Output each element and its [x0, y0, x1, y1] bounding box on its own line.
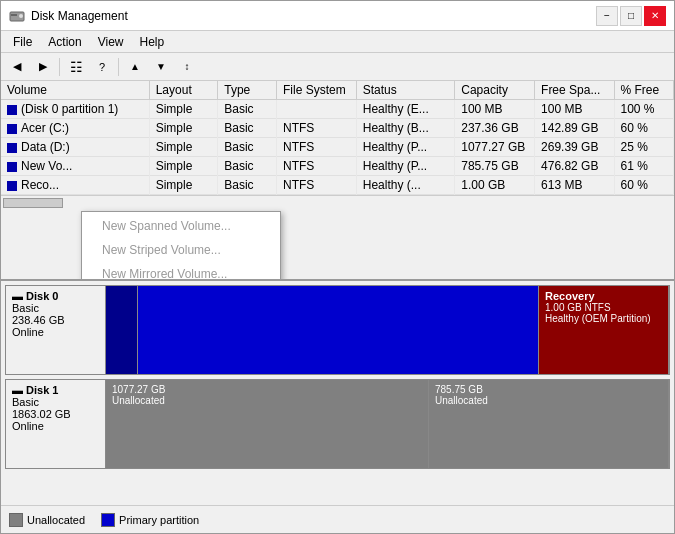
table-scrollbar[interactable]: [1, 195, 674, 209]
recovery-status: Healthy (OEM Partition): [545, 313, 662, 324]
disk-0-type: Basic: [12, 302, 99, 314]
cell-type: Basic: [218, 176, 277, 195]
title-bar: Disk Management − □ ✕: [1, 1, 674, 31]
minimize-button[interactable]: −: [596, 6, 618, 26]
close-button[interactable]: ✕: [644, 6, 666, 26]
unalloc1-label: Unallocated: [112, 395, 422, 406]
title-controls: − □ ✕: [596, 6, 666, 26]
cell-free: 476.82 GB: [535, 157, 614, 176]
cell-status: Healthy (B...: [356, 119, 455, 138]
ctx-new-mirrored[interactable]: New Mirrored Volume...: [82, 262, 280, 281]
window-title: Disk Management: [31, 9, 128, 23]
menu-action[interactable]: Action: [40, 33, 89, 50]
menu-view[interactable]: View: [90, 33, 132, 50]
disk-1-unallocated-2[interactable]: 785.75 GB Unallocated: [429, 380, 669, 468]
disk-1-partitions: 1077.27 GB Unallocated 785.75 GB Unalloc…: [106, 380, 669, 468]
legend: Unallocated Primary partition: [1, 505, 674, 533]
disk-0-label: ▬ Disk 0 Basic 238.46 GB Online: [6, 286, 106, 374]
unalloc2-label: Unallocated: [435, 395, 662, 406]
disk-section: ▬ Disk 0 Basic 238.46 GB Online Recover: [1, 281, 674, 505]
recovery-size: 1.00 GB NTFS: [545, 302, 662, 313]
volume-table-section: Volume Layout Type File System Status Ca…: [1, 81, 674, 281]
volume-icon: [7, 105, 17, 115]
disk-0-system-partition[interactable]: [106, 286, 138, 374]
cell-capacity: 100 MB: [455, 100, 535, 119]
cell-free: 613 MB: [535, 176, 614, 195]
cell-volume: (Disk 0 partition 1): [1, 100, 149, 119]
cell-type: Basic: [218, 119, 277, 138]
ctx-new-striped[interactable]: New Striped Volume...: [82, 238, 280, 262]
svg-point-1: [19, 14, 23, 18]
table-header-row: Volume Layout Type File System Status Ca…: [1, 81, 674, 100]
disk-1-unallocated-1[interactable]: 1077.27 GB Unallocated: [106, 380, 429, 468]
forward-button[interactable]: ▶: [31, 56, 55, 78]
snap-both-button[interactable]: ↕: [175, 56, 199, 78]
menu-file[interactable]: File: [5, 33, 40, 50]
view-button[interactable]: ☷: [64, 56, 88, 78]
cell-type: Basic: [218, 157, 277, 176]
table-row[interactable]: Reco... Simple Basic NTFS Healthy (... 1…: [1, 176, 674, 195]
cell-pctfree: 61 %: [614, 157, 673, 176]
table-row[interactable]: (Disk 0 partition 1) Simple Basic Health…: [1, 100, 674, 119]
volume-table: Volume Layout Type File System Status Ca…: [1, 81, 674, 195]
recovery-name: Recovery: [545, 290, 662, 302]
legend-primary-label: Primary partition: [119, 514, 199, 526]
cell-status: Healthy (P...: [356, 157, 455, 176]
cell-type: Basic: [218, 138, 277, 157]
help-button[interactable]: ?: [90, 56, 114, 78]
cell-fs: NTFS: [277, 138, 357, 157]
disk-1-status: Online: [12, 420, 99, 432]
col-capacity: Capacity: [455, 81, 535, 100]
table-row[interactable]: New Vo... Simple Basic NTFS Healthy (P..…: [1, 157, 674, 176]
cell-volume: Reco...: [1, 176, 149, 195]
cell-layout: Simple: [149, 100, 218, 119]
main-window: Disk Management − □ ✕ File Action View H…: [0, 0, 675, 534]
legend-primary-box: [101, 513, 115, 527]
svg-rect-2: [11, 14, 17, 16]
menu-help[interactable]: Help: [132, 33, 173, 50]
cell-free: 269.39 GB: [535, 138, 614, 157]
maximize-button[interactable]: □: [620, 6, 642, 26]
main-content: Volume Layout Type File System Status Ca…: [1, 81, 674, 533]
cell-pctfree: 60 %: [614, 176, 673, 195]
cell-layout: Simple: [149, 176, 218, 195]
ctx-new-spanned[interactable]: New Spanned Volume...: [82, 214, 280, 238]
context-menu: New Spanned Volume... New Striped Volume…: [81, 211, 281, 281]
disk-mgmt-icon: [9, 8, 25, 24]
cell-status: Healthy (E...: [356, 100, 455, 119]
cell-status: Healthy (P...: [356, 138, 455, 157]
cell-pctfree: 25 %: [614, 138, 673, 157]
table-row[interactable]: Data (D:) Simple Basic NTFS Healthy (P..…: [1, 138, 674, 157]
cell-capacity: 1.00 GB: [455, 176, 535, 195]
volume-icon: [7, 162, 17, 172]
legend-unallocated-box: [9, 513, 23, 527]
snap-bottom-button[interactable]: ▼: [149, 56, 173, 78]
menu-bar: File Action View Help: [1, 31, 674, 53]
cell-fs: NTFS: [277, 157, 357, 176]
disk-0-status: Online: [12, 326, 99, 338]
scrollbar-thumb[interactable]: [3, 198, 63, 208]
toolbar-separator-2: [118, 58, 119, 76]
volume-icon: [7, 143, 17, 153]
cell-capacity: 785.75 GB: [455, 157, 535, 176]
back-button[interactable]: ◀: [5, 56, 29, 78]
table-row[interactable]: Acer (C:) Simple Basic NTFS Healthy (B..…: [1, 119, 674, 138]
unalloc2-size: 785.75 GB: [435, 384, 662, 395]
volume-icon: [7, 181, 17, 191]
unalloc1-size: 1077.27 GB: [112, 384, 422, 395]
disk-0-row: ▬ Disk 0 Basic 238.46 GB Online Recover: [5, 285, 670, 375]
col-filesystem: File System: [277, 81, 357, 100]
disk-0-recovery-partition[interactable]: Recovery 1.00 GB NTFS Healthy (OEM Parti…: [539, 286, 669, 374]
cell-pctfree: 60 %: [614, 119, 673, 138]
snap-top-button[interactable]: ▲: [123, 56, 147, 78]
cell-type: Basic: [218, 100, 277, 119]
col-status: Status: [356, 81, 455, 100]
col-type: Type: [218, 81, 277, 100]
cell-volume: Acer (C:): [1, 119, 149, 138]
cell-layout: Simple: [149, 119, 218, 138]
disk-1-name: ▬ Disk 1: [12, 384, 99, 396]
col-pctfree: % Free: [614, 81, 673, 100]
disk-0-main-partition[interactable]: [138, 286, 539, 374]
cell-free: 100 MB: [535, 100, 614, 119]
disk-1-row: ▬ Disk 1 Basic 1863.02 GB Online 1077.27…: [5, 379, 670, 469]
